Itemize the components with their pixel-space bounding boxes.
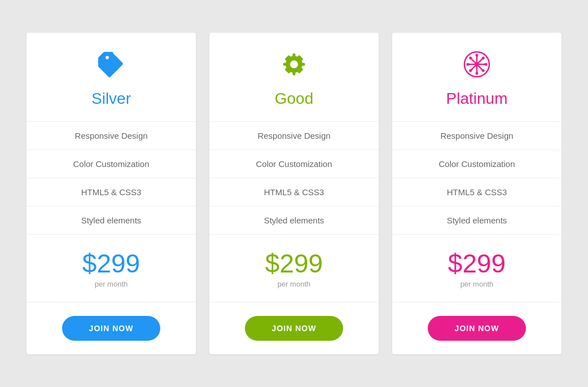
svg-point-5 — [475, 62, 479, 67]
button-section-platinum: JOIN NOW — [392, 302, 561, 354]
price-period-good: per month — [221, 280, 367, 288]
feature-row-good-3: Styled elements — [209, 206, 379, 235]
svg-point-8 — [467, 63, 469, 66]
price-period-silver: per month — [38, 280, 185, 288]
join-button-silver[interactable]: JOIN NOW — [62, 316, 161, 341]
svg-point-13 — [469, 69, 472, 72]
svg-point-9 — [485, 63, 488, 66]
join-button-platinum[interactable]: JOIN NOW — [428, 316, 526, 341]
snowflake-icon — [403, 50, 550, 85]
feature-row-silver-1: Color Customization — [27, 150, 196, 178]
join-button-good[interactable]: JOIN NOW — [245, 316, 344, 341]
feature-row-platinum-2: HTML5 & CSS3 — [392, 178, 561, 206]
pricing-card-silver: Silver Responsive Design Color Customiza… — [27, 33, 196, 354]
feature-row-good-1: Color Customization — [209, 150, 379, 178]
svg-point-6 — [476, 54, 479, 57]
button-section-good: JOIN NOW — [209, 302, 379, 354]
price-amount-silver: $299 — [38, 248, 185, 279]
pricing-container: Silver Responsive Design Color Customiza… — [4, 10, 584, 377]
feature-row-good-2: HTML5 & CSS3 — [209, 178, 379, 206]
feature-row-silver-3: Styled elements — [27, 206, 196, 235]
feature-row-silver-2: HTML5 & CSS3 — [27, 178, 196, 206]
card-title-platinum: Platinum — [403, 90, 550, 108]
feature-row-silver-0: Responsive Design — [27, 122, 196, 150]
pricing-card-platinum: Platinum Responsive Design Color Customi… — [392, 33, 561, 354]
price-amount-platinum: $299 — [403, 248, 550, 279]
price-section-silver: $299 per month — [27, 235, 196, 302]
svg-point-12 — [482, 56, 485, 59]
price-amount-good: $299 — [221, 248, 367, 279]
tag-icon — [38, 50, 185, 85]
price-period-platinum: per month — [403, 280, 550, 288]
svg-point-10 — [469, 56, 472, 59]
feature-row-platinum-0: Responsive Design — [392, 122, 561, 150]
feature-row-platinum-1: Color Customization — [392, 150, 561, 178]
price-section-platinum: $299 per month — [392, 235, 561, 302]
card-title-good: Good — [221, 90, 367, 108]
card-title-silver: Silver — [38, 90, 185, 108]
card-header-platinum: Platinum — [392, 33, 561, 122]
gear-icon — [221, 50, 367, 85]
card-header-silver: Silver — [27, 33, 196, 122]
svg-point-11 — [482, 69, 485, 72]
svg-point-7 — [476, 72, 479, 75]
price-section-good: $299 per month — [209, 235, 379, 302]
pricing-card-good: Good Responsive Design Color Customizati… — [209, 33, 379, 354]
button-section-silver: JOIN NOW — [27, 302, 196, 354]
card-header-good: Good — [209, 33, 379, 122]
feature-row-platinum-3: Styled elements — [392, 206, 561, 235]
feature-row-good-0: Responsive Design — [209, 122, 379, 150]
